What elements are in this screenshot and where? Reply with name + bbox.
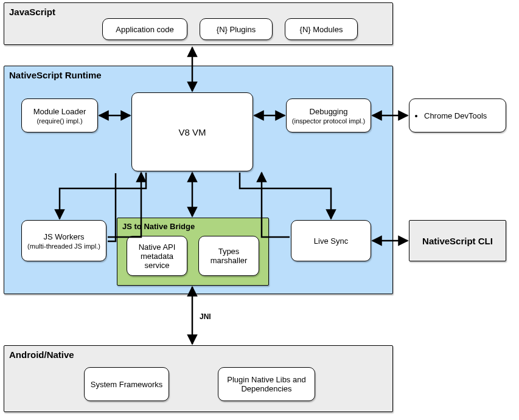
app-code-box: Application code — [102, 18, 187, 40]
v8-box: V8 VM — [131, 92, 253, 171]
debugging-title: Debugging — [310, 107, 348, 116]
debugging-sub: (inspector protocol impl.) — [292, 117, 365, 125]
runtime-title: NativeScript Runtime — [4, 66, 392, 84]
cli-box: NativeScript CLI — [409, 220, 506, 261]
modules-label: {N} Modules — [300, 25, 343, 34]
devtools-label: Chrome DevTools — [424, 111, 487, 120]
v8-label: V8 VM — [178, 127, 206, 137]
jni-label: JNI — [200, 312, 211, 321]
live-sync-box: Live Sync — [291, 220, 371, 261]
plugins-label: {N} Plugins — [217, 25, 256, 34]
js-workers-sub: (multi-threaded JS impl.) — [27, 243, 100, 250]
devtools-box: Chrome DevTools — [409, 98, 506, 133]
native-container: Android/Native — [4, 345, 393, 412]
plugin-libs-box: Plugin Native Libs and Dependencies — [218, 367, 315, 401]
marshaller-label: Types marshaller — [203, 247, 255, 265]
system-frameworks-box: System Frameworks — [84, 367, 169, 401]
marshaller-box: Types marshaller — [198, 236, 259, 276]
metadata-box: Native API metadata service — [127, 236, 187, 276]
module-loader-title: Module Loader — [33, 107, 86, 116]
js-workers-title: JS Workers — [44, 232, 85, 241]
plugin-libs-label: Plugin Native Libs and Dependencies — [222, 375, 311, 393]
app-code-label: Application code — [116, 25, 173, 34]
live-sync-label: Live Sync — [314, 236, 348, 246]
module-loader-sub: (require() impl.) — [37, 117, 82, 125]
native-title: Android/Native — [4, 346, 392, 363]
js-workers-box: JS Workers (multi-threaded JS impl.) — [21, 220, 106, 261]
plugins-box: {N} Plugins — [200, 18, 273, 40]
module-loader-box: Module Loader (require() impl.) — [21, 98, 98, 133]
bridge-title: JS to Native Bridge — [117, 218, 268, 235]
system-frameworks-label: System Frameworks — [91, 380, 162, 389]
modules-box: {N} Modules — [285, 18, 358, 40]
metadata-label: Native API metadata service — [131, 243, 183, 270]
cli-label: NativeScript CLI — [422, 236, 493, 246]
debugging-box: Debugging (inspector protocol impl.) — [286, 98, 371, 133]
